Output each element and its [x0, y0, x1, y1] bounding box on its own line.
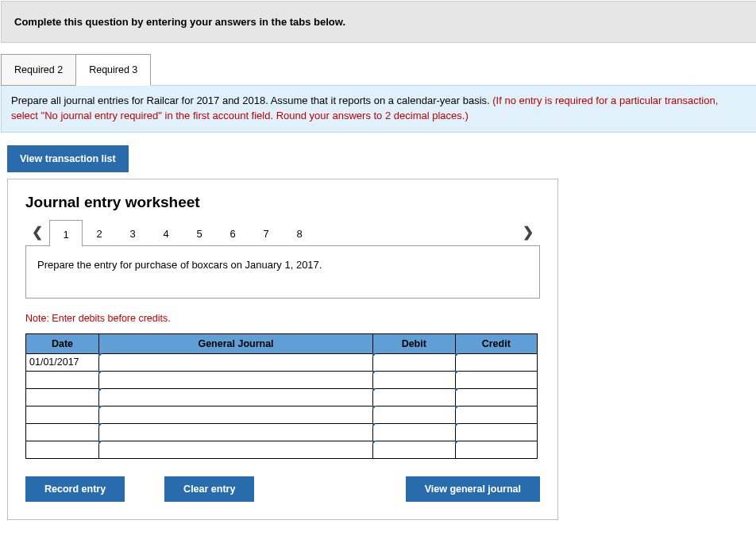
cell-credit[interactable]: [455, 406, 538, 423]
cell-debit[interactable]: [373, 353, 456, 371]
cell-general-journal[interactable]: [99, 406, 373, 423]
tab-required-2[interactable]: Required 2: [1, 54, 76, 86]
journal-entry-table: Date General Journal Debit Credit 01/01/…: [25, 333, 538, 459]
pager-page-4[interactable]: 4: [149, 219, 183, 246]
cell-credit[interactable]: [455, 423, 538, 441]
col-credit: Credit: [455, 333, 538, 353]
chevron-right-icon[interactable]: ❯: [516, 219, 540, 245]
table-row: [26, 388, 538, 406]
cell-general-journal[interactable]: [99, 371, 373, 388]
record-entry-button[interactable]: Record entry: [25, 476, 125, 502]
pager-page-6[interactable]: 6: [216, 219, 249, 246]
col-date: Date: [26, 333, 99, 353]
instruction-banner: Complete this question by entering your …: [1, 1, 756, 43]
col-general-journal: General Journal: [99, 333, 373, 353]
cell-credit[interactable]: [455, 441, 538, 458]
view-transaction-list-button[interactable]: View transaction list: [7, 145, 129, 172]
cell-date[interactable]: [26, 371, 99, 388]
cell-date[interactable]: [26, 423, 99, 441]
pager-page-1[interactable]: 1: [49, 220, 83, 247]
pager-page-7[interactable]: 7: [249, 219, 283, 246]
cell-general-journal[interactable]: [99, 441, 373, 458]
cell-general-journal[interactable]: [99, 423, 373, 441]
cell-debit[interactable]: [373, 423, 456, 441]
table-row: [26, 406, 538, 423]
cell-date[interactable]: [26, 441, 99, 458]
context-instructions: Prepare all journal entries for Railcar …: [1, 85, 756, 133]
worksheet-title: Journal entry worksheet: [25, 194, 540, 211]
chevron-left-icon[interactable]: ❮: [25, 219, 49, 245]
table-row: [26, 371, 538, 388]
entry-pager: ❮ 1 2 3 4 5 6 7 8 ❯: [25, 219, 540, 246]
table-row: [26, 441, 538, 458]
view-general-journal-button[interactable]: View general journal: [406, 476, 540, 502]
cell-debit[interactable]: [373, 406, 456, 423]
cell-credit[interactable]: [455, 371, 538, 388]
cell-debit[interactable]: [373, 371, 456, 388]
cell-date[interactable]: 01/01/2017: [26, 353, 99, 371]
cell-debit[interactable]: [373, 388, 456, 406]
col-debit: Debit: [373, 333, 456, 353]
tab-required-3[interactable]: Required 3: [75, 54, 151, 86]
cell-general-journal[interactable]: [99, 388, 373, 406]
requirement-tabs: Required 2 Required 3: [1, 54, 756, 86]
pager-page-2[interactable]: 2: [83, 219, 116, 246]
cell-credit[interactable]: [455, 353, 538, 371]
table-row: [26, 423, 538, 441]
journal-worksheet-card: Journal entry worksheet ❮ 1 2 3 4 5 6 7 …: [7, 179, 558, 520]
context-main-text: Prepare all journal entries for Railcar …: [11, 94, 492, 106]
debits-before-credits-note: Note: Enter debits before credits.: [25, 313, 540, 324]
pager-page-3[interactable]: 3: [116, 219, 149, 246]
cell-date[interactable]: [26, 406, 99, 423]
cell-general-journal[interactable]: [99, 353, 373, 371]
pager-page-8[interactable]: 8: [283, 219, 316, 246]
cell-credit[interactable]: [455, 388, 538, 406]
clear-entry-button[interactable]: Clear entry: [164, 476, 254, 502]
table-row: 01/01/2017: [26, 353, 538, 371]
pager-page-5[interactable]: 5: [183, 219, 216, 246]
cell-debit[interactable]: [373, 441, 456, 458]
worksheet-actions: Record entry Clear entry View general jo…: [25, 476, 540, 502]
entry-prompt: Prepare the entry for purchase of boxcar…: [25, 245, 540, 299]
cell-date[interactable]: [26, 388, 99, 406]
